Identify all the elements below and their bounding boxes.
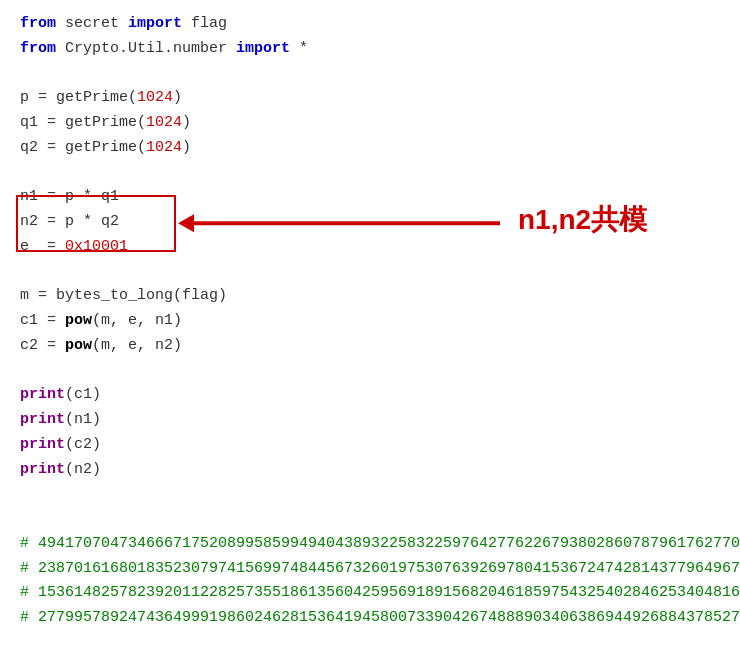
code-line: print(n1) [20,408,720,433]
code-line: from secret import flag [20,12,720,37]
code-line: # 15361482578239201122825735518613560425… [20,581,720,606]
code-line: print(c2) [20,433,720,458]
code-line [20,260,720,285]
code-line [20,62,720,87]
code-line [20,161,720,186]
code-line: # 49417070473466671752089958599494043893… [20,532,720,557]
code-line: print(n2) [20,458,720,483]
code-container: from secret import flagfrom Crypto.Util.… [0,0,740,643]
code-line: print(c1) [20,383,720,408]
code-block: from secret import flagfrom Crypto.Util.… [20,12,720,631]
code-line: c1 = pow(m, e, n1) [20,309,720,334]
code-line: q1 = getPrime(1024) [20,111,720,136]
annotation-label: n1,n2共模 [518,201,647,239]
code-line: p = getPrime(1024) [20,86,720,111]
code-line: m = bytes_to_long(flag) [20,284,720,309]
code-line: q2 = getPrime(1024) [20,136,720,161]
code-line: from Crypto.Util.number import * [20,37,720,62]
code-line: # 27799578924743649991986024628153641945… [20,606,720,631]
code-line [20,482,720,507]
code-line: # 23870161680183523079741569974844567326… [20,557,720,582]
code-line: c2 = pow(m, e, n2) [20,334,720,359]
code-line [20,507,720,532]
code-line [20,359,720,384]
